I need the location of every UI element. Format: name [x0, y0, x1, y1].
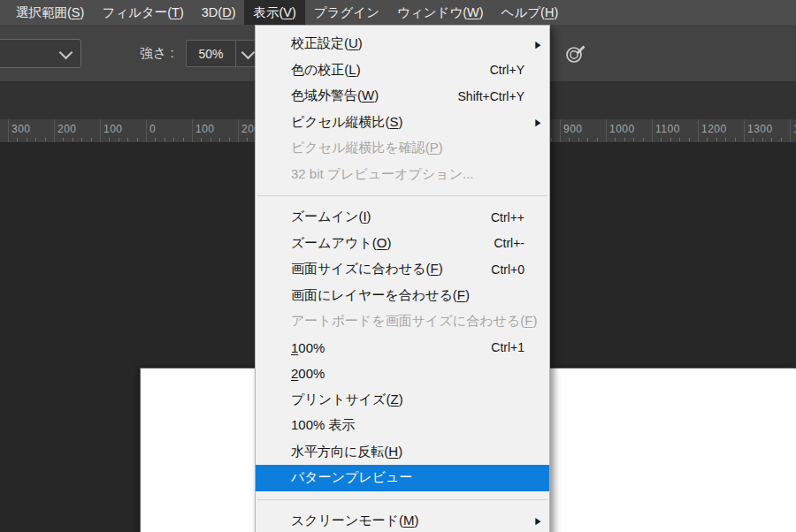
menu-item-label: 画面にレイヤーを合わせる(F) — [291, 287, 470, 304]
menubar-item-plugins[interactable]: プラグイン — [305, 0, 388, 25]
tool-preset-dropdown[interactable] — [0, 39, 81, 68]
menubar-item-filter[interactable]: フィルター(T) — [93, 0, 192, 25]
ruler-tick — [183, 138, 184, 141]
menu-item-proof-setup[interactable]: 校正設定(U)▶ — [256, 31, 549, 57]
menu-item-fit-artboard-on-screen: アートボードを画面サイズに合わせる(F) — [256, 308, 549, 335]
menu-item-label: 100% 表示 — [291, 417, 356, 434]
menu-item-print-size[interactable]: プリントサイズ(Z) — [256, 387, 549, 414]
chevron-down-icon — [241, 45, 255, 59]
menu-item-zoom-in[interactable]: ズームイン(I)Ctrl++ — [256, 204, 549, 231]
menu-item-gamut-warning[interactable]: 色域外警告(W)Shift+Ctrl+Y — [256, 83, 549, 110]
submenu-arrow-icon: ▶ — [535, 515, 540, 527]
submenu-arrow-icon: ▶ — [535, 117, 540, 128]
menu-item-zoom-out[interactable]: ズームアウト(O)Ctrl+- — [256, 231, 549, 257]
ruler-tick — [735, 138, 736, 141]
ruler-tick — [725, 138, 726, 141]
menu-item-label: 画面サイズに合わせる(F) — [291, 261, 443, 277]
ruler-major-tick — [54, 119, 55, 142]
ruler-tick — [633, 138, 634, 141]
ruler-tick — [689, 138, 690, 141]
strength-value-field[interactable]: 50% — [187, 47, 235, 61]
ruler-tick — [201, 138, 202, 141]
menu-item-200-percent[interactable]: 200% — [256, 361, 549, 387]
ruler-major-tick — [146, 119, 147, 142]
menubar-item-view[interactable]: 表示(V) — [244, 0, 304, 25]
menu-item-label: ピクセル縦横比を確認(P) — [291, 140, 443, 156]
chevron-down-icon — [59, 46, 73, 60]
strength-control: 50% — [186, 40, 260, 67]
ruler-tick — [210, 138, 211, 141]
menu-item-shortcut: Ctrl++ — [473, 210, 524, 224]
menu-item-screen-mode[interactable]: スクリーンモード(M)▶ — [256, 508, 549, 532]
ruler-tick — [578, 138, 579, 141]
ruler-tick — [63, 138, 64, 141]
menu-item-label: プリントサイズ(Z) — [291, 391, 403, 408]
ruler-tick — [716, 138, 717, 141]
ruler-label: 1300 — [747, 123, 773, 135]
ruler-tick — [45, 138, 46, 141]
ruler-tick — [173, 138, 174, 141]
ruler-tick — [615, 138, 616, 141]
submenu-arrow-icon: ▶ — [535, 38, 540, 49]
ruler-major-tick — [192, 119, 193, 142]
ruler-label: 300 — [11, 123, 31, 135]
ruler-tick — [624, 138, 625, 141]
menu-item-label: ピクセル縦横比(S) — [291, 114, 402, 131]
ruler-tick — [707, 138, 708, 141]
menu-item-shortcut: Ctrl+- — [476, 236, 524, 250]
menu-item-label: 色の校正(L) — [291, 62, 361, 79]
ruler-tick — [219, 138, 220, 141]
menu-item-pixel-aspect-ratio[interactable]: ピクセル縦横比(S)▶ — [256, 110, 549, 136]
menu-item-label: 校正設定(U) — [291, 35, 363, 52]
ruler-major-tick — [238, 119, 239, 142]
ruler-tick — [661, 138, 662, 141]
brush-smoothing-icon — [564, 42, 587, 65]
menu-item-pattern-preview[interactable]: パターンプレビュー — [256, 465, 549, 491]
ruler-tick — [109, 138, 110, 141]
menubar-item-3d[interactable]: 3D(D) — [193, 0, 245, 25]
menu-item-pixel-aspect-ratio-correction: ピクセル縦横比を確認(P) — [256, 135, 549, 162]
ruler-tick — [670, 138, 671, 141]
menu-item-fit-on-screen[interactable]: 画面サイズに合わせる(F)Ctrl+0 — [256, 256, 549, 283]
ruler-tick — [17, 138, 18, 141]
menu-item-fit-layer-on-screen[interactable]: 画面にレイヤーを合わせる(F) — [256, 283, 549, 309]
ruler-label: 1200 — [701, 123, 727, 135]
menubar-item-select[interactable]: 選択範囲(S) — [7, 0, 93, 25]
menu-item-100-percent-view[interactable]: 100% 表示 — [256, 413, 549, 439]
ruler-tick — [155, 138, 156, 141]
menu-separator — [257, 499, 547, 500]
ruler-major-tick — [652, 119, 653, 142]
ruler-tick — [643, 138, 644, 141]
ruler-tick — [569, 138, 570, 141]
menu-item-shortcut: Ctrl+Y — [472, 63, 524, 77]
menu-item-label: アートボードを画面サイズに合わせる(F) — [291, 313, 537, 330]
ruler-label: 100 — [103, 123, 123, 135]
strength-label: 強さ : — [140, 25, 174, 82]
menu-item-label: ズームアウト(O) — [291, 235, 391, 252]
brush-smoothing-button[interactable] — [563, 40, 589, 66]
menu-item-label: 200% — [291, 366, 325, 381]
ruler-tick — [762, 138, 763, 141]
ruler-tick — [81, 138, 82, 141]
menu-item-flip-horizontal[interactable]: 水平方向に反転(H) — [256, 439, 549, 466]
menu-item-label: 色域外警告(W) — [291, 87, 379, 104]
ruler-major-tick — [8, 119, 9, 142]
menu-item-32bit-preview-options: 32 bit プレビューオプション... — [256, 162, 549, 188]
menu-item-label: パターンプレビュー — [291, 469, 412, 486]
ruler-tick — [771, 138, 772, 141]
menu-bar: 選択範囲(S)フィルター(T)3D(D)表示(V)プラグインウィンドウ(W)ヘル… — [0, 0, 796, 25]
menu-item-label: 100% — [291, 340, 325, 355]
menubar-item-help[interactable]: ヘルプ(H) — [493, 0, 568, 25]
ruler-tick — [597, 138, 598, 141]
menubar-item-window[interactable]: ウィンドウ(W) — [388, 0, 493, 25]
ruler-label: 1100 — [655, 123, 680, 135]
ruler-tick — [247, 138, 248, 141]
ruler-label: 900 — [563, 123, 583, 135]
menu-item-proof-colors[interactable]: 色の校正(L)Ctrl+Y — [256, 57, 549, 84]
ruler-tick — [587, 138, 588, 141]
menu-item-shortcut: Ctrl+1 — [473, 340, 524, 354]
menu-item-100-percent[interactable]: 100%Ctrl+1 — [256, 335, 549, 361]
ruler-major-tick — [698, 119, 699, 142]
ruler-tick — [73, 138, 73, 141]
menu-item-shortcut: Ctrl+0 — [473, 262, 524, 277]
